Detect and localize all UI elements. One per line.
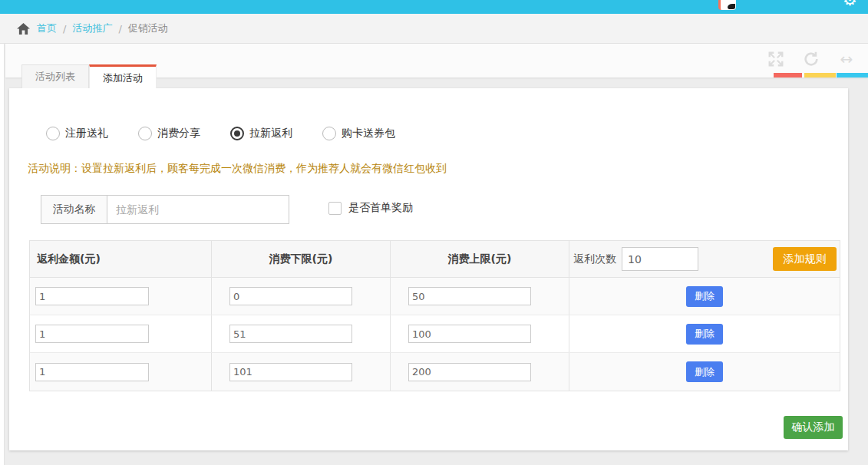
activity-name-label: 活动名称 [41, 195, 107, 224]
rebate-times-label: 返利次数 [573, 252, 616, 266]
table-header-row: 返利金额(元) 消费下限(元) 消费上限(元) 返利次数 添加规则 [30, 241, 840, 278]
tab-activity-list[interactable]: 活动列表 [21, 64, 89, 88]
delete-row-button[interactable]: 删除 [686, 324, 723, 345]
radio-icon [46, 127, 60, 140]
first-order-reward-label: 是否首单奖励 [348, 201, 413, 215]
checkbox-icon[interactable] [328, 202, 342, 215]
rebate-rules-table: 返利金额(元) 消费下限(元) 消费上限(元) 返利次数 添加规则 删除 删除 [29, 240, 840, 391]
gear-icon[interactable]: ⚙ [843, 0, 857, 8]
consume-lower-input[interactable] [229, 287, 352, 305]
breadcrumb: 首页 / 活动推广 / 促销活动 [0, 14, 868, 44]
breadcrumb-separator: / [118, 23, 121, 35]
header-rebate-times-cell: 返利次数 添加规则 [569, 241, 840, 277]
fullscreen-icon[interactable] [767, 50, 785, 68]
consume-lower-input[interactable] [229, 363, 352, 381]
table-row: 删除 [30, 278, 840, 315]
radio-card-coupon[interactable]: 购卡送券包 [322, 127, 395, 140]
radio-consume-share[interactable]: 消费分享 [138, 127, 200, 140]
header-consume-upper: 消费上限(元) [391, 241, 569, 277]
radio-icon [138, 127, 152, 140]
radio-register-gift[interactable]: 注册送礼 [46, 127, 108, 140]
consume-upper-input[interactable] [408, 363, 531, 381]
tab-indicator-cyan [837, 73, 868, 78]
activity-type-radios: 注册送礼 消费分享 拉新返利 购卡送券包 [46, 127, 425, 140]
rebate-amount-input[interactable] [35, 287, 149, 305]
radio-label: 注册送礼 [65, 127, 108, 140]
radio-icon [322, 127, 336, 140]
table-row: 删除 [30, 353, 840, 391]
tab-indicator-yellow [804, 73, 836, 78]
radio-label: 消费分享 [157, 127, 200, 140]
tab-indicator-red [774, 73, 802, 78]
activity-name-group: 活动名称 [41, 195, 289, 224]
first-order-reward-group: 是否首单奖励 [328, 201, 413, 215]
collapsed-sidebar-edge [0, 44, 5, 465]
table-row: 删除 [30, 315, 840, 353]
breadcrumb-promotion-link[interactable]: 活动推广 [72, 21, 112, 35]
radio-label: 拉新返利 [249, 127, 292, 140]
rebate-amount-input[interactable] [35, 325, 149, 343]
user-avatar[interactable] [718, 0, 736, 10]
radio-referral-rebate[interactable]: 拉新返利 [230, 127, 292, 140]
radio-label: 购卡送券包 [342, 127, 395, 140]
consume-upper-input[interactable] [408, 325, 531, 343]
consume-lower-input[interactable] [229, 325, 352, 343]
delete-row-button[interactable]: 删除 [686, 361, 723, 382]
add-rule-button[interactable]: 添加规则 [773, 247, 837, 271]
promotion-card: 活动列表 添加活动 注册送礼 消费分享 拉新返利 购卡送券包 活动说明：设置拉新… [9, 88, 848, 450]
refresh-icon[interactable] [802, 50, 820, 68]
header-consume-lower: 消费下限(元) [212, 241, 391, 277]
top-navbar: ⚙ [0, 0, 868, 14]
activity-name-input[interactable] [107, 195, 289, 224]
breadcrumb-current-page: 促销活动 [128, 21, 168, 35]
breadcrumb-separator: / [63, 23, 66, 35]
collapse-width-icon[interactable]: ↔ [837, 50, 856, 68]
consume-upper-input[interactable] [408, 287, 531, 305]
delete-row-button[interactable]: 删除 [686, 286, 723, 307]
home-icon[interactable] [17, 23, 30, 35]
radio-icon-selected [230, 127, 244, 140]
breadcrumb-home-link[interactable]: 首页 [37, 21, 57, 35]
tabstrip: 活动列表 添加活动 [21, 64, 157, 88]
confirm-add-button[interactable]: 确认添加 [784, 416, 843, 439]
tab-add-activity[interactable]: 添加活动 [89, 64, 157, 88]
rebate-amount-input[interactable] [35, 363, 149, 381]
activity-description: 活动说明：设置拉新返利后，顾客每完成一次微信消费，作为推荐人就会有微信红包收到 [28, 162, 447, 176]
rebate-times-input[interactable] [622, 247, 698, 271]
header-rebate-amount: 返利金额(元) [30, 241, 212, 277]
